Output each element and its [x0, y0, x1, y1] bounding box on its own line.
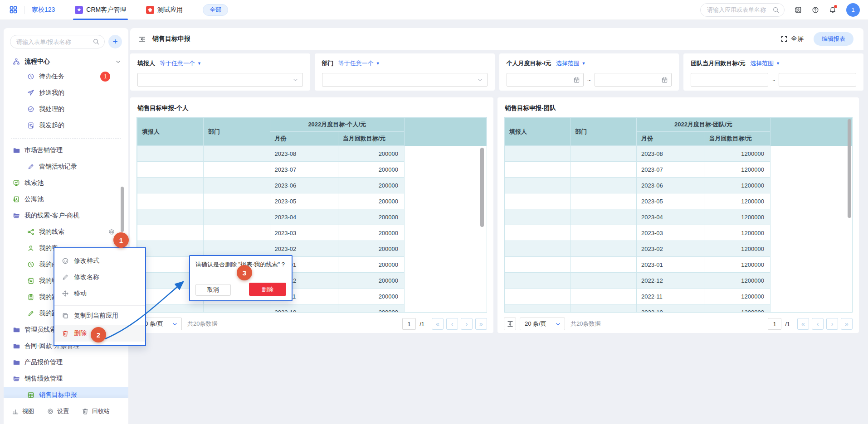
- folder-open-icon: [13, 375, 20, 382]
- chevron-down-icon: [172, 321, 178, 327]
- table-row: 2023-05 1200000: [505, 193, 852, 209]
- sidebar-scrollbar[interactable]: [121, 187, 124, 232]
- context-menu-item[interactable]: 修改名称: [54, 269, 145, 285]
- first-page-button[interactable]: «: [797, 318, 809, 330]
- clock-icon: [27, 73, 34, 80]
- range-end-input[interactable]: [595, 73, 672, 87]
- context-menu-item[interactable]: 修改样式: [54, 253, 145, 269]
- page-size-select[interactable]: 20 条/页: [520, 318, 565, 330]
- sidebar-tree-item[interactable]: 我的线索-客户-商机: [4, 207, 128, 224]
- prev-page-button[interactable]: ‹: [812, 318, 824, 330]
- folder-icon: [13, 359, 20, 366]
- process-items: 待办任务 1 抄送我的 我处理的 我发起的: [4, 68, 128, 134]
- main-area: 销售目标申报 全屏 编辑报表 填报人 等于任意一个▼ 部门 等于任: [130, 28, 863, 424]
- pen-icon: [27, 163, 34, 170]
- move-icon: [62, 290, 69, 297]
- filter-operator-dropdown[interactable]: 等于任意一个▼: [338, 59, 380, 67]
- cancel-button[interactable]: 取消: [195, 284, 231, 296]
- table-row: 2023-04 1200000: [505, 209, 852, 225]
- prev-page-button[interactable]: ‹: [446, 318, 458, 330]
- delete-button[interactable]: 删除: [249, 283, 286, 296]
- filter-select[interactable]: [137, 73, 303, 87]
- annotation-step-1: 1: [113, 232, 129, 248]
- range-start-input[interactable]: [691, 73, 768, 87]
- workspace-tab-crm[interactable]: ★ CRM客户管理: [75, 0, 126, 20]
- divider: [24, 6, 24, 14]
- sidebar-tree-item[interactable]: 销售绩效管理: [4, 371, 128, 387]
- context-menu-item[interactable]: 移动: [54, 285, 145, 302]
- folder-icon: [13, 326, 20, 333]
- person-icon: [27, 245, 34, 252]
- group-header: 2022月度目标-个人/元: [270, 118, 404, 132]
- process-center-header[interactable]: 流程中心: [13, 56, 121, 67]
- column-header: 部门: [571, 118, 637, 146]
- sidebar-process-item[interactable]: 抄送我的: [4, 85, 128, 101]
- sidebar-process-item[interactable]: 我发起的: [4, 117, 128, 134]
- help-icon[interactable]: [812, 6, 819, 14]
- sidebar-footer: 视图 设置 回收站: [4, 398, 128, 424]
- avatar[interactable]: 1: [846, 3, 860, 17]
- page-number-input[interactable]: 1: [402, 318, 416, 330]
- first-page-button[interactable]: «: [432, 318, 444, 330]
- sidebar-tree-item[interactable]: 产品报价管理: [4, 354, 128, 371]
- sidebar-search-input[interactable]: [16, 39, 90, 45]
- filter-operator-dropdown[interactable]: 等于任意一个▼: [160, 59, 201, 67]
- collapse-sidebar-icon[interactable]: [138, 35, 146, 43]
- filter-select[interactable]: [322, 73, 488, 87]
- fullscreen-button[interactable]: 全屏: [780, 35, 804, 43]
- face-icon: [62, 257, 69, 265]
- footer-settings[interactable]: 设置: [40, 398, 75, 424]
- table-row: 2023-08 200000: [137, 146, 487, 162]
- address-book-icon[interactable]: [795, 6, 802, 14]
- fullscreen-icon: [780, 35, 788, 43]
- gear-icon[interactable]: [108, 228, 115, 236]
- clock-icon: [27, 261, 34, 268]
- next-page-button[interactable]: ›: [461, 318, 473, 330]
- context-menu-item[interactable]: 复制到当前应用: [54, 305, 145, 325]
- filter-operator-dropdown[interactable]: 选择范围▼: [556, 59, 585, 67]
- workspace-tab-home[interactable]: 家校123: [32, 0, 55, 20]
- sidebar-tree-item[interactable]: 营销活动记录: [4, 159, 128, 175]
- table-title: 销售目标申报-团队: [505, 104, 853, 112]
- table-row: 2023-01 1200000: [505, 257, 852, 273]
- pagination-bar: 20 条/页 共20条数据 1 /1 « ‹ › »: [137, 318, 487, 330]
- table-scrollbar[interactable]: [480, 148, 484, 227]
- workspace-tab-test[interactable]: 测试应用: [146, 0, 183, 20]
- bell-icon[interactable]: [829, 6, 836, 14]
- sidebar-tree-item[interactable]: 我的线索: [4, 224, 128, 240]
- table-row: 2023-06 200000: [137, 178, 487, 193]
- range-start-input[interactable]: [507, 73, 584, 87]
- book-icon: [27, 277, 34, 284]
- page-number-input[interactable]: 1: [768, 318, 781, 330]
- filter-operator-dropdown[interactable]: 选择范围▼: [750, 59, 780, 67]
- personal-table-card: 销售目标申报-个人 填报人 部门 2022月度目标-个人/元 月份 当月回款: [130, 97, 493, 333]
- footer-recycle-bin[interactable]: 回收站: [75, 398, 116, 424]
- all-apps-pill[interactable]: 全部: [203, 4, 228, 16]
- global-search-input[interactable]: [707, 6, 770, 13]
- add-button[interactable]: +: [108, 35, 122, 48]
- table-row: 2023-03 200000: [137, 225, 487, 241]
- column-header: 填报人: [505, 118, 571, 146]
- footer-views[interactable]: 视图: [5, 398, 40, 424]
- sidebar-process-item[interactable]: 我处理的: [4, 101, 128, 117]
- global-search[interactable]: [700, 3, 785, 17]
- row-height-button[interactable]: [504, 318, 516, 330]
- clipboard-icon: [27, 294, 34, 301]
- last-page-button[interactable]: »: [475, 318, 487, 330]
- table-row: 2023-07 200000: [137, 162, 487, 178]
- sidebar-process-item[interactable]: 待办任务 1: [4, 68, 128, 85]
- sidebar-tree-item[interactable]: 公海池: [4, 191, 128, 207]
- app-launcher-icon[interactable]: [9, 5, 18, 14]
- sidebar-tree-item[interactable]: 销售目标申报: [4, 387, 128, 398]
- table-scrollbar[interactable]: [848, 119, 851, 218]
- next-page-button[interactable]: ›: [826, 318, 838, 330]
- divider: [11, 138, 121, 139]
- edit-report-button[interactable]: 编辑报表: [814, 32, 853, 46]
- range-end-input[interactable]: [779, 73, 856, 87]
- table-row: 2022-10 1200000: [505, 304, 852, 313]
- search-icon: [93, 38, 100, 45]
- sidebar-tree-item[interactable]: 市场营销管理: [4, 142, 128, 159]
- sidebar-search[interactable]: [10, 35, 105, 48]
- last-page-button[interactable]: »: [841, 318, 853, 330]
- sidebar-tree-item[interactable]: 线索池: [4, 175, 128, 191]
